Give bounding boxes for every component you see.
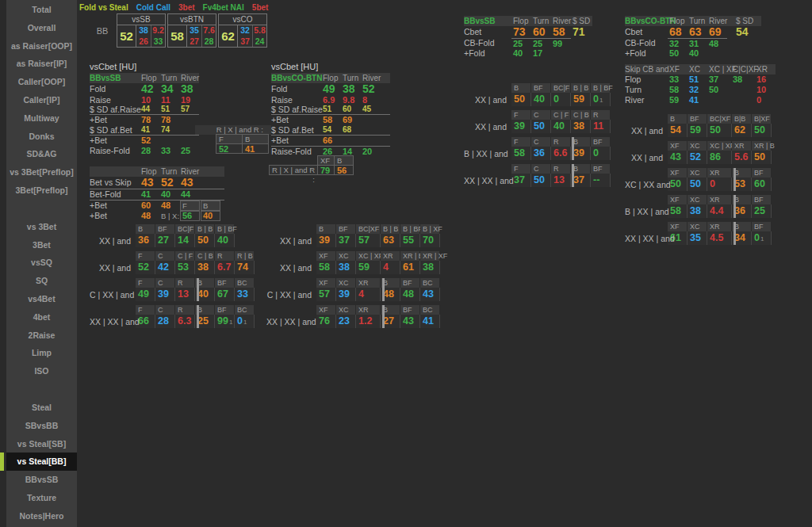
sidebar-item-vs-3bet-preflop[interactable]: vs 3Bet[Preflop] [6, 163, 77, 181]
stat-cell: 9.8 [341, 95, 361, 105]
stat-row: River59410 [625, 95, 776, 105]
row-cells: 283325 [140, 146, 199, 156]
tab-5bet[interactable]: 5bet [252, 3, 269, 12]
fold-vs-steal-bb-matrix: BBvsSB52389.22633vsBTN58357.62728vsCO623… [88, 13, 269, 48]
matrix-group-label: XX | XX | and [464, 176, 507, 185]
sidebar-item-caller-oop[interactable]: Caller[OOP] [6, 73, 77, 91]
stat-row-label: Bet vs Skip [90, 177, 140, 189]
bb-quad-grid: 325.83724 [238, 25, 266, 47]
sample-count-badge: 1 [760, 235, 764, 242]
stat-cell: 41 [140, 125, 159, 135]
col-header: C [531, 164, 551, 174]
sidebar-item-bbvssb[interactable]: BBvsSB [6, 471, 77, 489]
matrix-group: XX | andFCC | FC | BR3950403811 [464, 110, 611, 133]
stat-cell: 16 [755, 74, 775, 85]
col-header: BF [752, 222, 772, 231]
sidebar-item-vs4bet[interactable]: vs4Bet [6, 290, 77, 308]
col-header: B [316, 224, 336, 234]
col-header: F [511, 137, 531, 147]
sidebar-item-caller-ip[interactable]: Caller[IP] [6, 91, 77, 109]
sidebar-item-vs-steal-sb[interactable]: vs Steal[SB] [6, 435, 77, 453]
col-header: XC [688, 195, 707, 204]
col-header: BC [420, 305, 440, 315]
col-header: XC [688, 168, 707, 178]
sidebar-item-4bet[interactable]: 4bet [6, 308, 77, 327]
stat-cell: 41 [688, 95, 707, 105]
sidebar-item-3bet-preflop[interactable]: 3Bet[Preflop] [6, 181, 77, 200]
sidebar-item-vs-3bet[interactable]: vs 3Bet [6, 218, 77, 236]
sidebar-item-vssq[interactable]: vsSQ [6, 254, 77, 272]
stat-cell: 6.3 [175, 315, 195, 328]
sidebar-item-total[interactable]: Total [6, 1, 77, 19]
stat-row-label: Raise-Fold [90, 146, 140, 156]
col-header: XF [668, 222, 688, 231]
matrix-group: B | XX | andXFXCXRBBF58384.43625 [625, 195, 772, 218]
sidebar-item-overall[interactable]: Overall [6, 19, 77, 37]
bb-section-body: 52389.22633 [117, 25, 165, 47]
stat-row-label: Turn [625, 85, 668, 95]
matrix-group-label: C | XX | and [266, 290, 312, 300]
row-cells: 252599 [511, 38, 571, 48]
sidebar-item-3bet[interactable]: 3Bet [6, 236, 77, 254]
stat-cell: 50 [752, 151, 772, 164]
app-root: TotalOverallas Raiser[OOP]as Raiser[IP]C… [0, 0, 812, 527]
sidebar-item-vs-steal-bb[interactable]: vs Steal[BB] [6, 453, 77, 471]
row-cells: 6048FB [140, 200, 220, 211]
sidebar-item-as-raiser-oop[interactable]: as Raiser[OOP] [6, 37, 77, 55]
stat-cell: 52 [361, 83, 381, 95]
col-header: R [215, 251, 235, 261]
sidebar-item-steal[interactable]: Steal [6, 399, 77, 417]
check-line-matrix-right: XX | andBBFBC|FB | BB | BF504005901XX | … [464, 83, 611, 191]
tab-fold-vs-steal[interactable]: Fold vs Steal [79, 3, 128, 12]
col-header: BC|XF [356, 224, 381, 234]
col-header: B | BF [215, 224, 235, 234]
col-header: XR [755, 64, 775, 74]
col-header: XF [668, 168, 688, 178]
divider-bar [733, 195, 736, 218]
sidebar-item-limp[interactable]: Limp [6, 344, 77, 362]
sidebar-item-sbvsbb[interactable]: SBvsBB [6, 417, 77, 435]
sidebar-item-sq[interactable]: SQ [6, 272, 77, 290]
sidebar-item-multiway[interactable]: Multiway [6, 109, 77, 128]
stat-cell: 32 [668, 39, 688, 48]
stat-row-label: River [625, 95, 668, 105]
stat-cell: 43 [179, 177, 199, 189]
stat-cell: 52 [688, 151, 707, 164]
sidebar-item-iso[interactable]: ISO [6, 362, 77, 380]
stat-cell: 48 [159, 200, 179, 211]
tab-cold-call[interactable]: Cold Call [136, 3, 170, 12]
stat-row: +Bet52 [90, 135, 199, 146]
sidebar-item-as-raiser-ip[interactable]: as Raiser[IP] [6, 55, 77, 73]
stat-cell: 76 [316, 315, 336, 328]
col-header: XR [707, 168, 732, 178]
matrix-group-label: XX | and [464, 122, 507, 132]
tab-fv4bet-nai[interactable]: Fv4bet NAI [203, 3, 244, 12]
row-cells: 5040 [668, 48, 707, 59]
sidebar-item-notes-hero[interactable]: Notes|Hero [6, 507, 77, 525]
check-line-matrix-center: XX | andBBFBC|XFB | BB | BFB | XF3937576… [266, 224, 440, 332]
sidebar-item-texture[interactable]: Texture [6, 489, 77, 507]
matrix-header-row: XFXCXRBBFBC [316, 305, 440, 315]
stat-cell: 50 [752, 124, 772, 137]
col-header: BF [215, 305, 235, 315]
matrix-group-label: C | XX | and [90, 290, 131, 300]
stat-cell: 38 [571, 120, 591, 133]
stat-cell: 991 [215, 315, 235, 328]
col-header: vsCO [219, 14, 266, 25]
stat-cell: 24 [252, 36, 266, 48]
sidebar-item-donks[interactable]: Donks [6, 128, 77, 146]
stat-row: Raise101119 [90, 95, 199, 105]
stat-row-label: $ SD af.Raise [90, 105, 140, 114]
col-header: XC [336, 251, 356, 261]
stat-cell: 34 [159, 83, 179, 95]
sidebar-item-sd-ag[interactable]: SD&AG [6, 145, 77, 163]
matrix-header-row: FCRBBFBC [136, 305, 255, 315]
tab-3bet[interactable]: 3bet [178, 3, 195, 12]
stat-cell: 68 [668, 26, 688, 38]
stat-cell: 59 [356, 261, 381, 274]
stat-cell: B [201, 200, 220, 211]
sidebar-item-2raise[interactable]: 2Raise [6, 327, 77, 345]
stat-cell: 9.2 [151, 25, 165, 36]
stat-cell: 25 [531, 39, 551, 48]
table-header-label: BBvsSB [90, 73, 140, 83]
